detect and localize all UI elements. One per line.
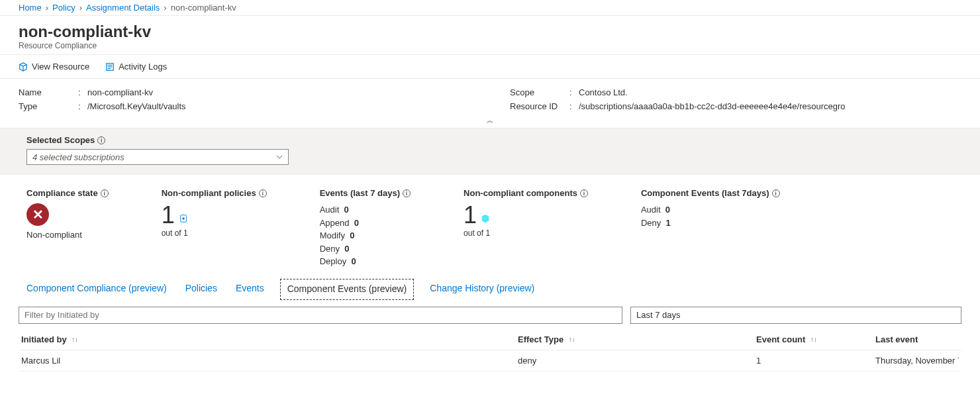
detail-scope-label: Scope	[510, 87, 569, 97]
compliance-state-value: Non-compliant	[26, 230, 109, 240]
component-icon	[481, 214, 490, 223]
event-append-value: 0	[354, 218, 359, 228]
info-icon[interactable]: i	[97, 136, 105, 144]
info-icon[interactable]: i	[403, 189, 411, 197]
info-icon[interactable]: i	[101, 189, 109, 197]
event-audit-label: Audit	[320, 205, 340, 215]
noncompliant-policies-outof: out of 1	[162, 228, 267, 238]
col-header-initiated-label: Initiated by	[21, 334, 67, 344]
view-resource-button[interactable]: View Resource	[19, 59, 89, 74]
detail-type-value: /Microsoft.KeyVault/vaults	[87, 101, 186, 111]
page-subtitle: Resource Compliance	[19, 41, 961, 50]
event-deploy-label: Deploy	[320, 256, 346, 266]
compevent-audit-label: Audit	[641, 205, 661, 215]
selected-scopes-dropdown[interactable]: 4 selected subscriptions	[26, 149, 289, 165]
detail-name-label: Name	[19, 87, 78, 97]
sort-icon: ↑↓	[72, 336, 78, 343]
cell-initiated: Marcus Lil	[21, 356, 518, 366]
summary-row: Compliance state i Non-compliant Non-com…	[0, 175, 980, 276]
component-events-heading: Component Events (last 7days)	[641, 188, 769, 198]
breadcrumb: Home › Policy › Assignment Details › non…	[0, 0, 980, 16]
events-7days-heading: Events (last 7 days)	[320, 188, 400, 198]
info-icon[interactable]: i	[259, 189, 267, 197]
log-icon	[105, 62, 115, 72]
selected-scopes-panel: Selected Scopes i 4 selected subscriptio…	[0, 128, 980, 175]
event-audit-value: 0	[344, 205, 349, 215]
cell-count: 1	[756, 356, 875, 366]
compevent-audit-value: 0	[665, 205, 670, 215]
view-resource-label: View Resource	[32, 62, 89, 72]
selected-scopes-value: 4 selected subscriptions	[32, 152, 124, 162]
cell-last: Thursday, November 7,	[875, 356, 959, 366]
chevron-down-icon	[276, 154, 283, 160]
detail-type-row: Type : /Microsoft.KeyVault/vaults	[19, 99, 470, 113]
noncompliant-policies-heading: Non-compliant policies	[162, 188, 256, 198]
detail-name-value: non-compliant-kv	[87, 87, 153, 97]
cell-effect: deny	[518, 356, 756, 366]
tab-change-history[interactable]: Change History (preview)	[427, 279, 537, 300]
tab-component-events[interactable]: Component Events (preview)	[280, 279, 415, 300]
title-block: non-compliant-kv Resource Compliance	[0, 16, 980, 54]
chevron-right-icon: ›	[79, 3, 82, 13]
chevron-right-icon: ›	[46, 3, 48, 13]
activity-logs-button[interactable]: Activity Logs	[105, 59, 167, 74]
compliance-state-heading: Compliance state	[26, 188, 98, 198]
event-modify-label: Modify	[320, 230, 345, 240]
chevron-right-icon: ›	[164, 3, 166, 13]
compevent-deny-value: 1	[666, 218, 671, 228]
toolbar: View Resource Activity Logs	[0, 54, 980, 79]
filter-row: Last 7 days	[0, 300, 980, 324]
filter-initiated-by-input[interactable]	[19, 307, 622, 324]
col-header-count-label: Event count	[756, 334, 805, 344]
noncompliant-components-count: 1	[464, 203, 477, 227]
col-header-last-label: Last event	[875, 334, 918, 344]
info-icon[interactable]: i	[580, 189, 588, 197]
detail-scope-value: Contoso Ltd.	[579, 87, 628, 97]
noncompliant-components-heading: Non-compliant components	[464, 188, 577, 198]
time-range-value: Last 7 days	[636, 310, 681, 320]
policy-icon	[179, 214, 188, 223]
breadcrumb-home[interactable]: Home	[19, 3, 42, 13]
page-title: non-compliant-kv	[19, 23, 961, 41]
details-panel: Name : non-compliant-kv Type : /Microsof…	[0, 79, 980, 116]
table-row[interactable]: Marcus Lil deny 1 Thursday, November 7,	[19, 350, 961, 372]
col-header-effect-label: Effect Type	[518, 334, 564, 344]
sort-icon: ↑↓	[810, 336, 817, 343]
detail-resid-value: /subscriptions/aaaa0a0a-bb1b-cc2c-dd3d-e…	[579, 101, 846, 111]
breadcrumb-current: non-compliant-kv	[171, 3, 236, 13]
col-header-effect[interactable]: Effect Type ↑↓	[518, 334, 756, 344]
time-range-dropdown[interactable]: Last 7 days	[630, 307, 961, 324]
noncompliant-icon	[26, 203, 49, 226]
event-deny-label: Deny	[320, 244, 340, 254]
cube-icon	[19, 62, 28, 72]
selected-scopes-heading: Selected Scopes	[26, 135, 95, 145]
sort-icon: ↑↓	[569, 336, 575, 343]
info-icon[interactable]: i	[772, 189, 780, 197]
breadcrumb-assignment-details[interactable]: Assignment Details	[86, 3, 160, 13]
noncompliant-components-outof: out of 1	[464, 228, 588, 238]
tab-component-compliance[interactable]: Component Compliance (preview)	[24, 279, 170, 300]
collapse-chevron[interactable]: ︽	[0, 116, 980, 128]
compevent-deny-label: Deny	[641, 218, 661, 228]
tab-bar: Component Compliance (preview) Policies …	[0, 276, 980, 300]
event-modify-value: 0	[350, 230, 354, 240]
event-deploy-value: 0	[351, 256, 356, 266]
detail-resid-label: Resource ID	[510, 101, 569, 111]
col-header-last[interactable]: Last event	[875, 334, 959, 344]
tab-events[interactable]: Events	[233, 279, 267, 300]
noncompliant-policies-count: 1	[162, 203, 175, 227]
activity-logs-label: Activity Logs	[119, 62, 167, 72]
svg-point-5	[182, 217, 185, 220]
event-deny-value: 0	[344, 244, 349, 254]
col-header-initiated[interactable]: Initiated by ↑↓	[21, 334, 518, 344]
tab-policies[interactable]: Policies	[183, 279, 220, 300]
event-append-label: Append	[320, 218, 350, 228]
detail-scope-row: Scope : Contoso Ltd.	[510, 85, 961, 99]
detail-type-label: Type	[19, 101, 78, 111]
col-header-count[interactable]: Event count ↑↓	[756, 334, 875, 344]
detail-name-row: Name : non-compliant-kv	[19, 85, 470, 99]
breadcrumb-policy[interactable]: Policy	[52, 3, 75, 13]
detail-resid-row: Resource ID : /subscriptions/aaaa0a0a-bb…	[510, 99, 961, 113]
events-table: Initiated by ↑↓ Effect Type ↑↓ Event cou…	[0, 324, 980, 372]
